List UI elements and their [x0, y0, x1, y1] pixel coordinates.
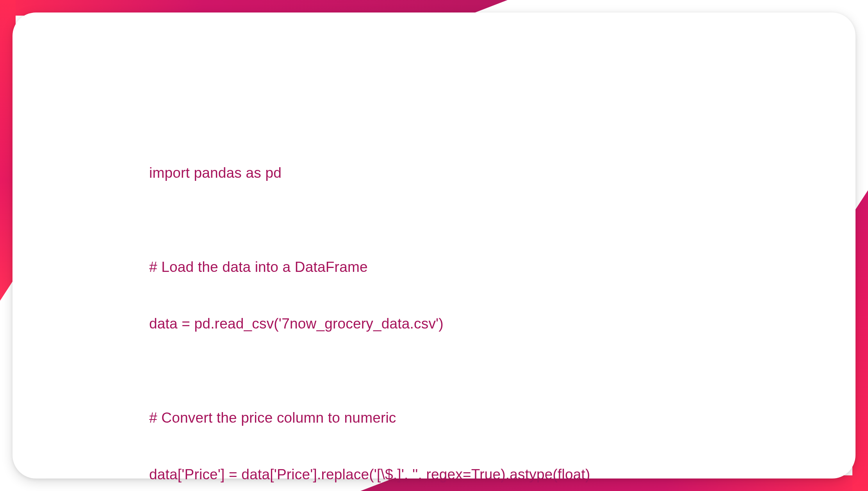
- code-line: # Convert the price column to numeric: [149, 409, 777, 427]
- content-card: import pandas as pd # Load the data into…: [12, 12, 856, 479]
- code-line: import pandas as pd: [149, 164, 777, 182]
- code-block: import pandas as pd # Load the data into…: [149, 126, 777, 491]
- code-line: # Load the data into a DataFrame: [149, 258, 777, 277]
- code-line: data = pd.read_csv('7now_grocery_data.cs…: [149, 314, 777, 333]
- code-line: data['Price'] = data['Price'].replace('[…: [149, 465, 777, 484]
